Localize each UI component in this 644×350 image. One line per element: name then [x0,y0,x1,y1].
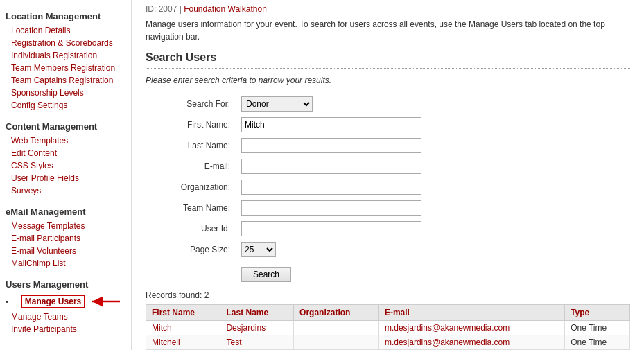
email-input[interactable] [241,159,421,174]
search-button[interactable]: Search [241,267,291,282]
sidebar-section-title-location: Location Management [0,6,131,24]
sidebar-item-edit-content[interactable]: Edit Content [0,147,131,159]
page-size-select[interactable]: 10 25 50 100 [241,242,276,257]
col-organization: Organization [294,305,379,321]
sidebar-item-email-participants[interactable]: E-mail Participants [0,232,131,245]
result-type-0: One Time [565,321,630,335]
form-row-last-name: Last Name: [146,135,427,156]
results-table-body: Mitch Desjardins m.desjardins@akanewmedi… [146,321,630,350]
search-for-select[interactable]: Donor Volunteer Team Captain Team Member [241,96,313,112]
sidebar-item-manage-users[interactable]: Manage Users [21,295,85,308]
sidebar-section-users: Users Management • Manage Users Manage T… [0,274,131,335]
sidebar-section-title-email: eMail Management [0,201,131,220]
sidebar-item-user-profile-fields[interactable]: User Profile Fields [0,172,131,184]
sidebar-item-sponsorship-levels[interactable]: Sponsorship Levels [0,87,131,99]
search-form: Search For: Donor Volunteer Team Captain… [146,94,630,282]
first-name-input[interactable] [241,117,421,132]
result-email-0[interactable]: m.desjardins@akanewmedia.com [385,323,510,333]
sidebar-item-mailchimp-list[interactable]: MailChimp List [0,257,131,270]
results-table: First Name Last Name Organization E-mail… [146,304,630,350]
user-id-input[interactable] [241,221,421,236]
search-button-row: Search [146,267,630,282]
form-row-first-name: First Name: [146,114,427,135]
form-row-organization: Organization: [146,177,427,198]
breadcrumb-link[interactable]: Foundation Walkathon [184,4,267,14]
col-type: Type [565,305,630,321]
sidebar-item-reg-scoreboards[interactable]: Registration & Scoreboards [0,37,131,49]
user-id-label: User Id: [146,218,236,239]
sidebar-item-manage-teams[interactable]: Manage Teams [0,310,131,323]
breadcrumb: ID: 2007 | Foundation Walkathon [146,0,630,18]
team-name-input[interactable] [241,200,421,216]
form-row-page-size: Page Size: 10 25 50 100 [146,239,427,260]
table-row: Mitchell Test m.desjardins@akanewmedia.c… [146,335,630,350]
main-content: ID: 2007 | Foundation Walkathon Manage u… [132,0,644,350]
last-name-label: Last Name: [146,135,236,156]
results-header-row: First Name Last Name Organization E-mail… [146,305,630,321]
sidebar-item-message-templates[interactable]: Message Templates [0,220,131,232]
sidebar-item-email-volunteers[interactable]: E-mail Volunteers [0,245,131,257]
result-first-name-1[interactable]: Mitchell [152,338,180,347]
form-row-email: E-mail: [146,156,427,177]
result-type-1: One Time [565,335,630,350]
result-first-name-0[interactable]: Mitch [152,323,172,333]
team-name-label: Team Name: [146,198,236,218]
sidebar-item-web-templates[interactable]: Web Templates [0,134,131,147]
results-table-header: First Name Last Name Organization E-mail… [146,305,630,321]
bullet-indicator: • [6,297,8,306]
sidebar-section-location: Location Management Location Details Reg… [0,6,131,112]
first-name-label: First Name: [146,114,236,135]
sidebar-item-surveys[interactable]: Surveys [0,184,131,197]
result-org-1 [294,335,379,350]
breadcrumb-id: ID: 2007 [146,4,177,14]
organization-label: Organization: [146,177,236,198]
search-for-label: Search For: [146,94,236,114]
sidebar-section-title-users: Users Management [0,274,131,292]
result-email-1[interactable]: m.desjardins@akanewmedia.com [385,338,510,347]
sidebar-section-email: eMail Management Message Templates E-mai… [0,201,131,270]
results-section: Records found: 2 First Name Last Name Or… [146,290,630,350]
sidebar-item-css-styles[interactable]: CSS Styles [0,159,131,172]
sidebar-item-location-details[interactable]: Location Details [0,24,131,37]
sidebar-section-title-content: Content Management [0,116,131,134]
form-row-user-id: User Id: [146,218,427,239]
col-first-name: First Name [146,305,220,321]
form-row-team-name: Team Name: [146,198,427,218]
sidebar-section-content: Content Management Web Templates Edit Co… [0,116,131,197]
page-description: Manage users information for your event.… [146,18,630,43]
last-name-input[interactable] [241,138,421,153]
result-last-name-1[interactable]: Test [226,338,241,347]
sidebar-item-individuals-reg[interactable]: Individuals Registration [0,49,131,62]
form-table: Search For: Donor Volunteer Team Captain… [146,94,427,260]
col-last-name: Last Name [220,305,294,321]
section-title: Search Users [146,51,630,69]
form-row-search-for: Search For: Donor Volunteer Team Captain… [146,94,427,114]
sidebar-active-manage-users: • Manage Users [0,292,131,310]
sidebar-item-team-captains-reg[interactable]: Team Captains Registration [0,74,131,87]
page-size-label: Page Size: [146,239,236,260]
result-org-0 [294,321,379,335]
table-row: Mitch Desjardins m.desjardins@akanewmedi… [146,321,630,335]
red-arrow-icon [87,294,121,309]
records-found: Records found: 2 [146,290,630,300]
email-label: E-mail: [146,156,236,177]
result-last-name-0[interactable]: Desjardins [226,323,266,333]
sidebar: Location Management Location Details Reg… [0,0,132,350]
search-hint: Please enter search criteria to narrow y… [146,76,630,85]
sidebar-item-config-settings[interactable]: Config Settings [0,99,131,112]
organization-input[interactable] [241,180,421,195]
sidebar-item-invite-participants[interactable]: Invite Participants [0,323,131,335]
sidebar-item-team-members-reg[interactable]: Team Members Registration [0,62,131,74]
col-email: E-mail [378,305,564,321]
